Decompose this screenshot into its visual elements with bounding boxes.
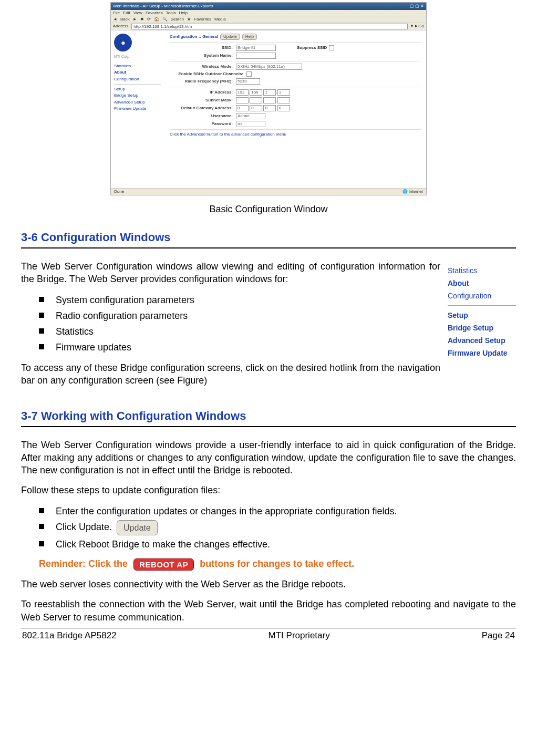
help-button-screenshot[interactable]: Help bbox=[242, 34, 257, 40]
status-left: Done bbox=[114, 189, 124, 194]
gateway-octet-3[interactable]: 0 bbox=[263, 105, 276, 111]
nav-firmware-update[interactable]: Firmware Update bbox=[114, 106, 161, 111]
menu-edit[interactable]: Edit bbox=[123, 11, 130, 16]
config-list: System configuration parameters Radio co… bbox=[39, 293, 516, 354]
list-item: Statistics bbox=[39, 325, 516, 338]
username-label: Username: bbox=[170, 113, 236, 119]
subnet-octet-3[interactable] bbox=[263, 97, 276, 103]
ie-main: Configuration :: General Update Help SSI… bbox=[164, 30, 426, 188]
password-label: Password: bbox=[170, 121, 236, 127]
ie-titlebar: Web Interface - AP Setup - Microsoft Int… bbox=[111, 3, 426, 10]
heading-3-6: 3-6 Configuration Windows bbox=[21, 231, 516, 244]
ip-octet-4[interactable]: 1 bbox=[277, 89, 290, 96]
toolbar-favorites[interactable]: Favorites bbox=[194, 17, 211, 22]
ie-statusbar: Done 🌐 Internet bbox=[111, 188, 426, 195]
ie-menubar: File Edit View Favorites Tools Help bbox=[111, 10, 426, 17]
status-right: Internet bbox=[409, 189, 423, 194]
reminder-line: Reminder: Click the REBOOT AP buttons fo… bbox=[39, 558, 516, 571]
nav-configuration[interactable]: Configuration bbox=[114, 77, 161, 82]
ip-octet-1[interactable]: 192 bbox=[236, 89, 249, 96]
list-item: Radio configuration parameters bbox=[39, 309, 516, 323]
screenshot-basic-config: Web Interface - AP Setup - Microsoft Int… bbox=[110, 2, 427, 195]
paragraph-working: The Web Server Configuration windows pro… bbox=[21, 439, 516, 477]
nav-statistics[interactable]: Statistics bbox=[114, 64, 161, 69]
address-input[interactable]: http://192.168.1.1/setup/13.htm bbox=[131, 24, 408, 30]
footer-left: 802.11a Bridge AP5822 bbox=[22, 630, 117, 641]
footer-right: Page 24 bbox=[482, 630, 515, 641]
update-button-screenshot[interactable]: Update bbox=[220, 34, 240, 40]
footer-center: MTI Proprietary bbox=[268, 630, 330, 641]
update-button[interactable]: Update bbox=[117, 520, 158, 535]
radio-freq-label: Radio Frequency (MHz): bbox=[170, 79, 236, 84]
menu-view[interactable]: View bbox=[133, 11, 142, 16]
list-item: Click Reboot Bridge to make the changes … bbox=[39, 537, 516, 551]
password-input[interactable]: ••• bbox=[236, 121, 265, 127]
outdoor-channels-checkbox[interactable] bbox=[246, 71, 252, 77]
list-item: Firmware updates bbox=[39, 340, 516, 354]
toolbar-back[interactable]: Back bbox=[120, 17, 130, 22]
outdoor-channels-label: Enable 5GHz Outdoor Channels: bbox=[170, 71, 246, 77]
paragraph-intro: The Web Server Configuration windows all… bbox=[21, 260, 516, 286]
radio-freq-select[interactable]: 5210 bbox=[236, 78, 260, 85]
logo-icon: ◉ bbox=[114, 34, 132, 51]
sidebar-brand: MTI Corp bbox=[114, 55, 161, 59]
paragraph-follow: Follow these steps to update configurati… bbox=[21, 484, 516, 496]
menu-file[interactable]: File bbox=[113, 11, 120, 16]
list-item: Enter the configuration updates or chang… bbox=[39, 504, 516, 518]
heading-rule bbox=[21, 426, 516, 427]
nav-setup[interactable]: Setup bbox=[114, 87, 161, 92]
menu-help[interactable]: Help bbox=[179, 11, 187, 16]
gateway-octet-4[interactable]: 0 bbox=[277, 105, 290, 111]
system-name-label: System Name: bbox=[170, 53, 236, 58]
paragraph-access: To access any of these Bridge configurat… bbox=[21, 361, 516, 387]
advanced-button[interactable]: Advanced bbox=[187, 132, 205, 137]
gateway-label: Default Gateway Address: bbox=[170, 106, 236, 111]
list-item: System configuration parameters bbox=[39, 293, 516, 307]
toolbar-media[interactable]: Media bbox=[214, 17, 226, 22]
gateway-octet-2[interactable]: 0 bbox=[250, 105, 262, 111]
menu-tools[interactable]: Tools bbox=[166, 11, 176, 16]
breadcrumb: Configuration :: General bbox=[170, 34, 218, 39]
click-update-text: Click Update. bbox=[56, 522, 112, 532]
toolbar-search[interactable]: Search bbox=[171, 17, 184, 22]
nav-bridge-setup[interactable]: Bridge Setup bbox=[114, 93, 161, 98]
suppress-ssid-label: Suppress SSID bbox=[297, 45, 327, 50]
subnet-octet-2[interactable] bbox=[250, 97, 262, 103]
subnet-octet-1[interactable] bbox=[236, 97, 249, 103]
ip-octet-3[interactable]: 1 bbox=[263, 89, 276, 96]
subnet-label: Subnet Mask: bbox=[170, 98, 236, 103]
username-input[interactable]: Admin bbox=[236, 113, 265, 119]
system-name-input[interactable] bbox=[236, 53, 276, 59]
suppress-ssid-checkbox[interactable] bbox=[329, 45, 334, 50]
figure-caption: Basic Configuration Window bbox=[21, 204, 516, 215]
hint-suffix: button to the advanced configuration men… bbox=[206, 132, 286, 137]
paragraph-reestablish: To reestablish the connection with the W… bbox=[21, 598, 516, 624]
window-title: Web Interface - AP Setup - Microsoft Int… bbox=[113, 4, 213, 9]
ie-sidebar: ◉ MTI Corp Statistics About Configuratio… bbox=[111, 30, 164, 188]
reboot-ap-button[interactable]: REBOOT AP bbox=[133, 558, 194, 571]
subnet-octet-4[interactable] bbox=[277, 97, 290, 103]
reminder-pre: Reminder: Click the bbox=[39, 558, 130, 569]
page-footer: 802.11a Bridge AP5822 MTI Proprietary Pa… bbox=[21, 628, 516, 641]
ie-toolbar: ◄Back ►✖⟳🏠 🔍Search ★Favorites Media bbox=[111, 16, 426, 23]
ip-label: IP Address: bbox=[170, 90, 236, 95]
heading-rule bbox=[21, 247, 516, 248]
address-label: Address bbox=[113, 24, 128, 30]
wireless-mode-select[interactable]: 5 GHz 54Mbps (802.11a) bbox=[236, 64, 302, 70]
thumb-statistics: Statistics bbox=[448, 266, 516, 275]
paragraph-loses: The web server loses connectivity with t… bbox=[21, 578, 516, 591]
nav-advanced-setup[interactable]: Advanced Setup bbox=[114, 100, 161, 105]
thumb-about: About bbox=[448, 279, 516, 287]
list-item: Click Update. Update bbox=[39, 520, 516, 535]
ssid-input[interactable]: Bridge #1 bbox=[236, 45, 276, 51]
nav-about[interactable]: About bbox=[114, 70, 161, 75]
wireless-mode-label: Wireless Mode: bbox=[170, 64, 236, 69]
hint-prefix: Click the bbox=[170, 132, 187, 137]
heading-3-7: 3-7 Working with Configuration Windows bbox=[21, 409, 516, 423]
gateway-octet-1[interactable]: 0 bbox=[236, 105, 249, 111]
menu-favorites[interactable]: Favorites bbox=[146, 11, 163, 16]
reminder-post: buttons for changes to take effect. bbox=[200, 558, 354, 569]
ip-octet-2[interactable]: 168 bbox=[250, 89, 262, 96]
ie-addressbar: Address http://192.168.1.1/setup/13.htm … bbox=[111, 23, 426, 31]
ssid-label: SSID: bbox=[170, 45, 236, 50]
